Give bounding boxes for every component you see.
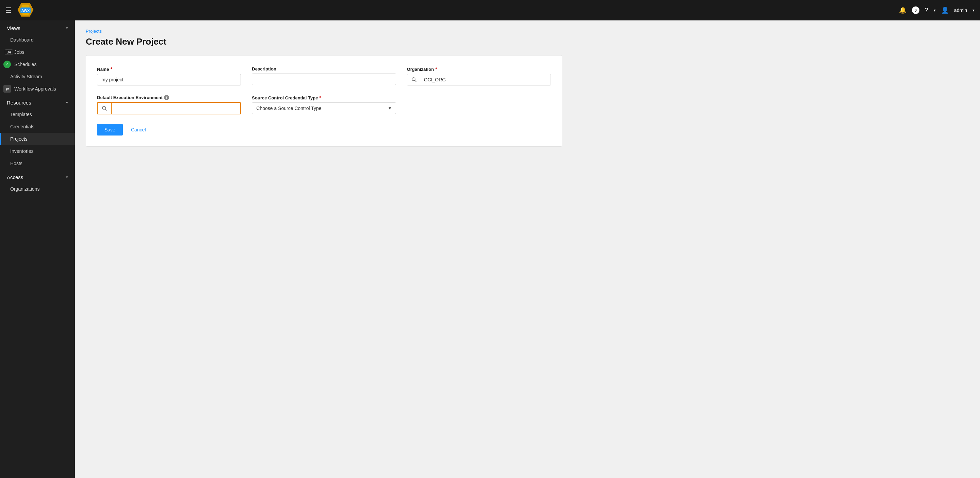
- resources-chevron-icon: ▾: [66, 100, 68, 105]
- sidebar-item-jobs[interactable]: 34 Jobs: [0, 46, 75, 58]
- form-group-execution-env: Default Execution Environment ?: [97, 95, 241, 115]
- form-row-2: Default Execution Environment ?: [97, 95, 551, 115]
- name-required: *: [110, 66, 112, 72]
- name-label: Name *: [97, 66, 241, 72]
- organization-label: Organization *: [407, 66, 551, 72]
- org-search-icon: [411, 77, 417, 82]
- source-control-label: Source Control Credential Type *: [252, 95, 396, 100]
- sidebar-item-inventories[interactable]: Inventories: [0, 145, 75, 157]
- workflow-badge: ⇄: [3, 85, 11, 92]
- sidebar-item-organizations[interactable]: Organizations: [0, 183, 75, 195]
- sidebar-item-credentials[interactable]: Credentials: [0, 121, 75, 133]
- form-group-source-control: Source Control Credential Type * Choose …: [252, 95, 396, 114]
- page-title: Create New Project: [86, 37, 969, 47]
- form-group-name: Name *: [97, 66, 241, 86]
- organization-search-wrapper: [407, 74, 551, 86]
- jobs-badge: 34: [5, 49, 13, 55]
- form-actions: Save Cancel: [97, 124, 551, 135]
- source-control-select-wrapper: Choose a Source Control Type Git Subvers…: [252, 102, 396, 114]
- access-section-label: Access: [7, 174, 23, 180]
- execution-env-search-icon: [102, 105, 107, 111]
- sidebar-item-activity-stream[interactable]: Activity Stream: [0, 70, 75, 83]
- top-navbar: ☰ AWX 🔔 0 ? ▾ 👤 admin ▾: [0, 0, 980, 21]
- organization-required: *: [435, 66, 437, 72]
- organization-search-button[interactable]: [407, 74, 421, 85]
- svg-line-7: [105, 109, 107, 110]
- execution-env-input[interactable]: [111, 103, 240, 114]
- breadcrumb[interactable]: Projects: [86, 29, 969, 34]
- form-card: Name * Description Organization *: [86, 55, 562, 147]
- execution-env-search-wrapper: [97, 102, 241, 115]
- name-input[interactable]: [97, 74, 241, 86]
- views-section-label: Views: [7, 25, 21, 31]
- execution-env-label: Default Execution Environment ?: [97, 95, 241, 100]
- logo: AWX: [17, 2, 34, 19]
- source-control-select[interactable]: Choose a Source Control Type Git Subvers…: [252, 102, 396, 114]
- notification-icon[interactable]: 🔔: [899, 6, 907, 14]
- execution-env-search-button[interactable]: [98, 103, 111, 114]
- organization-input[interactable]: [421, 74, 550, 85]
- schedules-badge: ✓: [3, 61, 11, 68]
- main-content: Projects Create New Project Name * Descr…: [75, 21, 980, 478]
- awx-logo-icon: AWX: [17, 2, 34, 19]
- svg-line-5: [415, 80, 416, 82]
- sidebar-item-hosts[interactable]: Hosts: [0, 157, 75, 170]
- sidebar-section-access[interactable]: Access ▾: [0, 170, 75, 183]
- views-chevron-icon: ▾: [66, 26, 68, 30]
- sidebar: Views ▾ Dashboard 34 Jobs ✓ Schedules Ac…: [0, 21, 75, 478]
- sidebar-item-projects[interactable]: Projects: [0, 133, 75, 145]
- notification-count: 0: [912, 6, 920, 14]
- access-chevron-icon: ▾: [66, 175, 68, 179]
- nav-right: 🔔 0 ? ▾ 👤 admin ▾: [899, 6, 975, 14]
- save-button[interactable]: Save: [97, 124, 123, 135]
- description-input[interactable]: [252, 73, 396, 85]
- svg-text:AWX: AWX: [21, 8, 30, 13]
- sidebar-section-resources[interactable]: Resources ▾: [0, 95, 75, 108]
- username-label: admin: [954, 8, 967, 13]
- source-control-required: *: [319, 95, 321, 100]
- description-label: Description: [252, 66, 396, 72]
- hamburger-menu[interactable]: ☰: [5, 6, 11, 14]
- cancel-button[interactable]: Cancel: [128, 124, 149, 135]
- execution-env-help-icon[interactable]: ?: [164, 95, 169, 100]
- user-icon: 👤: [941, 6, 949, 14]
- form-group-description: Description: [252, 66, 396, 85]
- sidebar-item-schedules[interactable]: ✓ Schedules: [0, 58, 75, 70]
- user-chevron-icon[interactable]: ▾: [972, 8, 975, 13]
- sidebar-item-dashboard[interactable]: Dashboard: [0, 34, 75, 46]
- form-row-1: Name * Description Organization *: [97, 66, 551, 86]
- sidebar-item-workflow-approvals[interactable]: ⇄ Workflow Approvals: [0, 83, 75, 95]
- form-group-organization: Organization *: [407, 66, 551, 86]
- help-chevron-icon[interactable]: ▾: [934, 8, 936, 13]
- resources-section-label: Resources: [7, 100, 31, 105]
- sidebar-section-views[interactable]: Views ▾: [0, 21, 75, 34]
- sidebar-item-templates[interactable]: Templates: [0, 108, 75, 121]
- help-icon[interactable]: ?: [925, 7, 928, 14]
